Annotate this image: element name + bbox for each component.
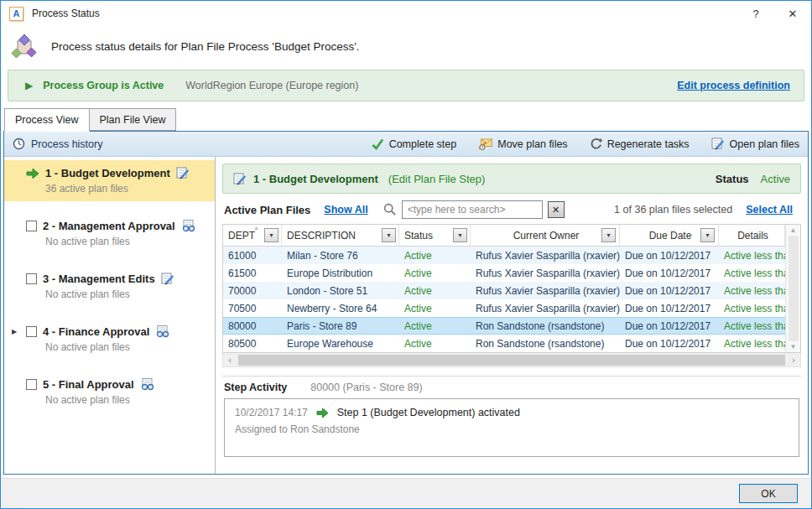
complete-step-button[interactable]: Complete step xyxy=(372,138,457,150)
process-group-status: Process Group is Active xyxy=(43,80,164,91)
search-icon xyxy=(383,203,397,216)
vertical-scrollbar[interactable]: ▲ ▼ xyxy=(785,225,800,352)
move-plan-files-button[interactable]: Move plan files xyxy=(478,138,567,150)
step-item-final-approval[interactable]: 5 - Final Approval No xyxy=(4,371,215,413)
checkmark-icon xyxy=(372,138,384,150)
scroll-left-icon[interactable]: ‹ xyxy=(223,355,237,365)
step-activity-header: Step Activity 80000 (Paris - Store 89) xyxy=(224,382,799,393)
column-header-current-owner[interactable]: Current Owner ▼ xyxy=(471,225,620,246)
grid-header-row: ▲ DEPT ▼ DESCRIPTION ▼ Status ▼ xyxy=(223,225,785,247)
table-row-selected[interactable]: 80000 Paris - Store 89 Active Ron Sandst… xyxy=(223,317,785,335)
scroll-up-icon[interactable]: ▲ xyxy=(790,226,797,234)
show-all-link[interactable]: Show All xyxy=(324,204,367,216)
sort-ascending-icon: ▲ xyxy=(253,225,259,231)
step-item-management-edits[interactable]: 3 - Management Edits xyxy=(4,266,215,307)
horizontal-scroll-thumb[interactable] xyxy=(238,355,785,366)
document-edit-icon xyxy=(711,138,725,150)
table-row[interactable]: 61000 Milan - Store 76 Active Rufus Xavi… xyxy=(223,247,785,264)
selection-summary: 1 of 36 plan files selected xyxy=(614,204,732,216)
open-plan-files-button[interactable]: Open plan files xyxy=(711,138,799,150)
step-activity-log: 10/2/2017 14:17 Step 1 (Budget Developme… xyxy=(224,398,799,457)
step-substatus: No active plan files xyxy=(45,394,210,406)
step-item-budget-development[interactable]: 1 - Budget Development xyxy=(4,160,215,201)
column-header-details[interactable]: Details xyxy=(719,225,785,246)
workflow-icon xyxy=(11,33,38,60)
step-checkbox[interactable] xyxy=(26,379,37,390)
plan-files-grid: ▲ DEPT ▼ DESCRIPTION ▼ Status ▼ xyxy=(222,224,801,353)
filter-button[interactable]: ▼ xyxy=(382,228,396,242)
expander-icon[interactable]: ▶ xyxy=(12,328,17,335)
active-plan-files-bar: Active Plan Files Show All ✕ 1 of 36 pla… xyxy=(224,199,799,221)
step-activity-context: 80000 (Paris - Store 89) xyxy=(310,382,422,393)
search-input[interactable] xyxy=(402,200,543,219)
tab-plan-file-view[interactable]: Plan File View xyxy=(90,108,177,131)
activity-event: Step 1 (Budget Development) activated xyxy=(337,407,520,418)
dialog-footer: OK xyxy=(1,478,811,508)
process-toolbar: Process history Complete step xyxy=(4,132,808,157)
process-status-dialog: A Process Status ? ✕ Process status deta… xyxy=(0,0,812,509)
step-checkbox[interactable] xyxy=(26,326,37,337)
close-button[interactable]: ✕ xyxy=(774,1,811,26)
activity-assigned: Assigned to Ron Sandstone xyxy=(235,423,789,435)
process-group-banner: ▶ Process Group is Active WorldRegion Eu… xyxy=(8,70,804,101)
step-substatus: No active plan files xyxy=(45,341,210,353)
process-view-content: Process history Complete step xyxy=(3,131,809,475)
status-value: Active xyxy=(761,173,790,185)
horizontal-scrollbar[interactable]: ‹ › xyxy=(222,353,801,367)
step-activity-label: Step Activity xyxy=(224,382,287,393)
app-icon: A xyxy=(9,7,23,21)
document-edit-icon xyxy=(233,173,247,185)
regenerate-tasks-button[interactable]: Regenerate tasks xyxy=(590,138,690,150)
process-group-scope: WorldRegion Europe (Europe region) xyxy=(185,80,358,91)
filter-button[interactable]: ▼ xyxy=(700,228,715,242)
step-substatus: No active plan files xyxy=(45,288,210,300)
move-clock-icon xyxy=(478,138,492,150)
process-history-label: Process history xyxy=(31,138,102,150)
table-row[interactable]: 80500 Europe Warehouse Active Ron Sandst… xyxy=(223,335,785,352)
column-header-dept[interactable]: ▲ DEPT ▼ xyxy=(223,225,282,246)
filter-button[interactable]: ▼ xyxy=(601,228,616,242)
selected-step-mode: (Edit Plan File Step) xyxy=(388,173,486,185)
status-label: Status xyxy=(716,173,749,185)
activated-arrow-icon xyxy=(316,408,329,418)
review-step-icon xyxy=(181,220,195,232)
refresh-icon xyxy=(590,138,602,150)
selected-step-header: 1 - Budget Development (Edit Plan File S… xyxy=(222,164,801,194)
review-step-icon xyxy=(155,325,169,338)
scroll-right-icon[interactable]: › xyxy=(787,355,800,365)
edit-process-definition-link[interactable]: Edit process definition xyxy=(677,80,790,91)
active-plan-files-label: Active Plan Files xyxy=(224,204,310,216)
step-substatus: No active plan files xyxy=(45,236,210,247)
column-header-status[interactable]: Status ▼ xyxy=(399,225,471,246)
review-step-icon xyxy=(140,378,154,391)
vertical-scroll-thumb[interactable] xyxy=(789,236,799,341)
tab-bar: Process View Plan File View xyxy=(1,108,811,131)
filter-button[interactable]: ▼ xyxy=(453,228,467,242)
edit-step-icon xyxy=(176,167,190,179)
edit-step-icon xyxy=(161,273,174,285)
play-icon: ▶ xyxy=(25,80,33,91)
step-item-management-approval[interactable]: 2 - Management Approval xyxy=(4,213,215,254)
selected-step-title: 1 - Budget Development xyxy=(253,173,378,185)
step-detail-panel: 1 - Budget Development (Edit Plan File S… xyxy=(216,157,808,474)
step-item-finance-approval[interactable]: ▶ 4 - Finance Approval xyxy=(4,319,215,360)
process-steps-panel: 1 - Budget Development xyxy=(4,157,216,474)
table-row[interactable]: 70500 Newberry - Store 64 Active Rufus X… xyxy=(223,299,785,317)
step-checkbox[interactable] xyxy=(26,221,37,231)
filter-button[interactable]: ▼ xyxy=(264,228,278,242)
activity-timestamp: 10/2/2017 14:17 xyxy=(235,407,308,418)
column-header-description[interactable]: DESCRIPTION ▼ xyxy=(282,225,399,246)
help-button[interactable]: ? xyxy=(737,1,774,26)
table-row[interactable]: 70000 London - Store 51 Active Rufus Xav… xyxy=(223,282,785,299)
column-header-due-date[interactable]: Due Date ▼ xyxy=(620,225,719,246)
step-checkbox[interactable] xyxy=(26,273,37,284)
dialog-description: Process status details for Plan File Pro… xyxy=(51,40,360,53)
clear-search-button[interactable]: ✕ xyxy=(548,201,565,218)
window-title: Process Status xyxy=(32,8,100,19)
select-all-link[interactable]: Select All xyxy=(746,204,793,216)
dialog-header: Process status details for Plan File Pro… xyxy=(1,26,811,66)
ok-button[interactable]: OK xyxy=(739,484,798,503)
scroll-down-icon[interactable]: ▼ xyxy=(790,343,797,351)
tab-process-view[interactable]: Process View xyxy=(4,108,90,132)
table-row[interactable]: 61500 Europe Distribution Active Rufus X… xyxy=(223,264,785,282)
